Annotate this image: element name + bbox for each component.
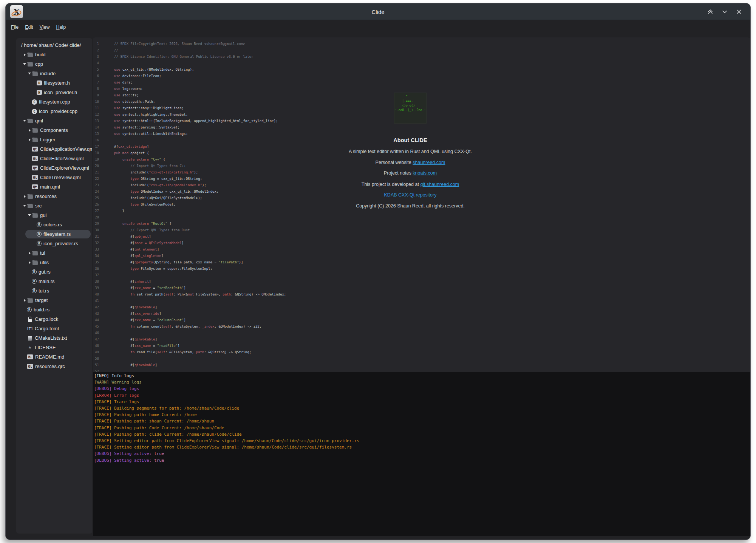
tree-item-icon_provider.cpp[interactable]: Cicon_provider.cpp: [16, 107, 92, 116]
tree-item-icon_provider.rs[interactable]: Ricon_provider.rs: [16, 239, 92, 248]
line-number: 11: [93, 106, 99, 110]
code-line-32: 32 #[base = QFileSystemModel]: [93, 240, 750, 246]
menu-item-edit[interactable]: Edit: [22, 23, 36, 31]
tree-item-target[interactable]: target: [16, 295, 92, 305]
tree-item-label: src: [35, 203, 42, 209]
code-text: unsafe extern "C++" {: [109, 156, 165, 162]
window-title: Clide: [6, 3, 750, 20]
code-text: #[qobject]: [109, 233, 151, 240]
tree-item-main.qml[interactable]: Qtmain.qml: [16, 182, 92, 192]
chevron-down-icon[interactable]: [27, 73, 32, 74]
tree-item-ClideExplorerView.qml[interactable]: QtClideExplorerView.qml: [16, 163, 92, 173]
tree-item-CMakeLists.txt[interactable]: CMakeLists.txt: [16, 333, 92, 343]
chevron-right-icon[interactable]: [27, 129, 32, 132]
code-text: // Export QML Types from Rust: [109, 227, 190, 233]
tree-item-qml[interactable]: qml: [16, 116, 92, 125]
tree-item-label: include: [40, 71, 56, 76]
about-row: Copyright (C) 2026 Shaun Reed, all right…: [314, 203, 507, 209]
chevron-double-up-icon[interactable]: [706, 7, 715, 16]
menu-item-help[interactable]: Help: [53, 23, 69, 31]
code-line-47: 47 #[qinvokable]: [93, 336, 750, 342]
folder-icon: [32, 260, 38, 265]
line-number: 7: [93, 80, 99, 84]
code-text: // Import Qt Types from C++: [109, 162, 186, 169]
tree-item-Cargo.lock[interactable]: Cargo.lock: [16, 314, 92, 324]
tree-item-build.rs[interactable]: Rbuild.rs: [16, 305, 92, 314]
chevron-down-icon[interactable]: [22, 63, 27, 65]
tree-item-utils[interactable]: utils: [16, 258, 92, 267]
rust-badge-icon: R: [37, 222, 42, 227]
tree-item-filesystem.rs[interactable]: Rfilesystem.rs: [16, 229, 92, 239]
tree-item-ClideEditorView.qml[interactable]: QtClideEditorView.qml: [16, 154, 92, 163]
about-link[interactable]: KDAB CXX-Qt repository: [384, 192, 437, 198]
about-link[interactable]: shaunreed.com: [413, 160, 445, 165]
qt-badge-icon: Qt: [27, 364, 33, 369]
chevron-down-icon[interactable]: [22, 205, 27, 207]
tree-item-Logger[interactable]: Logger: [16, 135, 92, 144]
chevron-right-icon[interactable]: [27, 252, 32, 255]
tree-item-resources[interactable]: resources: [16, 192, 92, 201]
chevron-down-icon[interactable]: [22, 120, 27, 122]
chevron-right-icon[interactable]: [27, 261, 32, 264]
tree-item-filesystem.cpp[interactable]: Cfilesystem.cpp: [16, 97, 92, 107]
chevron-down-icon[interactable]: [27, 214, 32, 216]
rust-badge-icon: R: [37, 232, 42, 237]
code-line-42: 42 #[qinvokable]: [93, 304, 750, 310]
tree-item-tui.rs[interactable]: Rtui.rs: [16, 286, 92, 295]
tree-item-tui[interactable]: tui: [16, 248, 92, 258]
chevron-right-icon[interactable]: [22, 299, 27, 302]
tree-item-colors.rs[interactable]: Rcolors.rs: [16, 220, 92, 229]
about-link[interactable]: git.shaunreed.com: [420, 182, 459, 187]
tree-item-ClideTreeView.qml[interactable]: QtClideTreeView.qml: [16, 173, 92, 182]
about-link[interactable]: knoats.com: [413, 170, 437, 176]
code-line-2: 2//: [93, 47, 750, 53]
tree-item-label: LICENSE: [35, 345, 56, 350]
file-explorer[interactable]: / home/ shaun/ Code/ clide/ buildcppincl…: [16, 38, 92, 534]
code-text: type FileSystem = super::FileSystemImpl;: [109, 265, 212, 272]
tree-item-label: ClideApplicationView.qml: [40, 146, 92, 152]
tree-item-ClideApplicationView.qml[interactable]: QtClideApplicationView.qml: [16, 144, 92, 154]
chevron-down-icon[interactable]: [720, 7, 729, 16]
line-number: 17: [93, 145, 99, 149]
tree-item-Cargo.toml[interactable]: [T]Cargo.toml: [16, 324, 92, 333]
code-line-3: 3// SPDX-License-Identifier: GNU General…: [93, 53, 750, 60]
line-number: 35: [93, 260, 99, 264]
tree-item-main.rs[interactable]: Rmain.rs: [16, 277, 92, 286]
line-number: 22: [93, 177, 99, 181]
code-text: [109, 137, 114, 143]
tree-item-build[interactable]: build: [16, 50, 92, 59]
tree-item-resources.qrc[interactable]: Qtresources.qrc: [16, 362, 92, 371]
chevron-right-icon[interactable]: [22, 195, 27, 198]
tree-item-filesystem.h[interactable]: Hfilesystem.h: [16, 78, 92, 88]
tree-item-src[interactable]: src: [16, 201, 92, 210]
tree-item-gui.rs[interactable]: Rgui.rs: [16, 267, 92, 277]
tree-item-Components[interactable]: Components: [16, 125, 92, 135]
code-text: fn set_root_path(self: Pin<&mut FileSyst…: [109, 291, 286, 297]
code-text: #[base = QFileSystemModel]: [109, 240, 184, 246]
tree-item-include[interactable]: include: [16, 69, 92, 78]
tree-item-gui[interactable]: gui: [16, 210, 92, 220]
chevron-right-icon[interactable]: [22, 53, 27, 56]
tree-item-LICENSE[interactable]: ★LICENSE: [16, 343, 92, 352]
code-line-22: 22 type QString = cxx_qt_lib::QString;: [93, 175, 750, 182]
tree-item-label: filesystem.cpp: [39, 99, 70, 105]
menu-item-file[interactable]: File: [8, 23, 22, 31]
star-icon: ★: [27, 345, 33, 350]
rust-badge-icon: R: [27, 307, 32, 312]
tree-root-path[interactable]: / home/ shaun/ Code/ clide/: [16, 40, 92, 50]
chevron-right-icon[interactable]: [27, 138, 32, 141]
line-number: 16: [93, 138, 99, 142]
code-text: type QString = cxx_qt_lib::QString;: [109, 175, 202, 182]
tree-item-cpp[interactable]: cpp: [16, 59, 92, 69]
tree-item-README.md[interactable]: M↓README.md: [16, 352, 92, 362]
tree-item-label: build: [35, 52, 45, 57]
close-icon[interactable]: [734, 7, 744, 16]
log-line: [TRACE] Pushing path: clide Current: /ho…: [94, 431, 750, 438]
folder-icon: [32, 212, 38, 218]
tree-item-icon_provider.h[interactable]: Hicon_provider.h: [16, 88, 92, 97]
menu-item-view[interactable]: View: [37, 23, 53, 31]
log-panel[interactable]: [INFO] Info logs[WARN] Warning logs[DEBU…: [93, 372, 750, 536]
line-number: 19: [93, 158, 99, 161]
code-line-7: 7use dirs;: [93, 79, 750, 85]
qt-badge-icon: Qt: [32, 184, 38, 189]
